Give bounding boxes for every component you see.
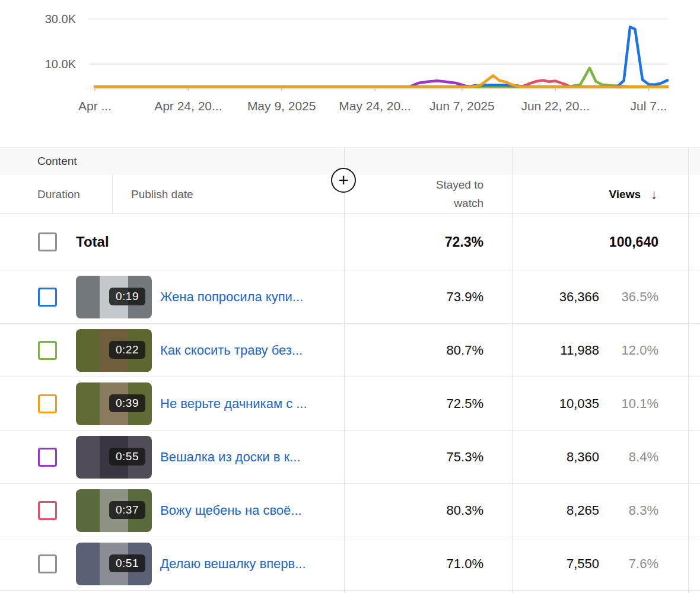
duration-badge: 0:55: [109, 448, 145, 466]
row-checkbox[interactable]: [38, 341, 57, 360]
duration-badge: 0:22: [109, 341, 145, 359]
stayed-to-watch-value: 71.0%: [344, 537, 512, 590]
svg-text:May 24, 20...: May 24, 20...: [339, 99, 411, 113]
video-thumbnail[interactable]: 0:51: [76, 543, 152, 585]
add-column-button[interactable]: +: [331, 168, 356, 193]
content-group-label: Content: [37, 155, 77, 168]
duration-badge: 0:51: [109, 554, 145, 572]
stayed-to-watch-value: 80.3%: [344, 484, 512, 537]
video-thumbnail[interactable]: 0:55: [76, 436, 152, 479]
svg-text:10.0K: 10.0K: [45, 58, 77, 71]
views-value: 11,988: [513, 343, 599, 358]
duration-badge: 0:39: [109, 394, 145, 412]
stayed-to-watch-value: 73.9%: [344, 270, 512, 323]
svg-text:Jun 7, 2025: Jun 7, 2025: [429, 99, 495, 113]
sort-descending-icon: ↓: [651, 187, 657, 202]
total-label: Total: [76, 234, 109, 250]
stayed-to-watch-value: 80.7%: [344, 324, 512, 377]
video-title-link[interactable]: Жена попросила купи...: [160, 289, 303, 305]
total-views: 100,640: [513, 234, 658, 250]
table-row: 0:19 Жена попросила купи... 73.9% 36,366…: [0, 270, 700, 323]
column-header-views[interactable]: Views ↓: [512, 175, 688, 213]
views-value: 8,360: [513, 449, 599, 465]
views-percent-of-total: 8.4%: [599, 449, 658, 465]
row-checkbox[interactable]: [38, 501, 57, 520]
svg-text:Jun 22, 20...: Jun 22, 20...: [521, 99, 590, 113]
views-percent-of-total: 8.3%: [599, 503, 658, 518]
table-row: 0:22 Как скосить траву без... 80.7% 11,9…: [0, 323, 700, 377]
table-row: 0:37 Вожу щебень на своё... 80.3% 8,265 …: [0, 483, 700, 537]
row-checkbox[interactable]: [38, 448, 57, 467]
stayed-to-watch-value: 75.3%: [344, 431, 512, 483]
views-line-chart: 10.0K30.0KApr ...Apr 24, 20...May 9, 202…: [0, 0, 700, 146]
video-title-link[interactable]: Как скосить траву без...: [160, 343, 303, 358]
duration-badge: 0:19: [109, 288, 145, 305]
views-value: 7,550: [513, 556, 599, 572]
video-title-link[interactable]: Вожу щебень на своё...: [160, 503, 302, 518]
views-percent-of-total: 12.0%: [599, 343, 658, 358]
table-row: 0:39 Не верьте дачникам с ... 72.5% 10,0…: [0, 377, 700, 430]
duration-badge: 0:37: [109, 501, 145, 519]
views-value: 36,366: [513, 289, 599, 305]
video-title-link[interactable]: Делаю вешалку вперв...: [160, 556, 306, 572]
table-row: 0:55 Вешалка из доски в к... 75.3% 8,360…: [0, 430, 700, 483]
row-checkbox[interactable]: [38, 394, 57, 413]
svg-text:Jul 7...: Jul 7...: [631, 99, 667, 113]
row-checkbox[interactable]: [38, 288, 57, 307]
views-value: 10,035: [513, 396, 599, 412]
svg-text:Apr 24, 20...: Apr 24, 20...: [154, 99, 222, 113]
svg-text:30.0K: 30.0K: [45, 12, 77, 25]
total-checkbox[interactable]: [38, 232, 57, 251]
views-value: 8,265: [513, 503, 599, 518]
views-percent-of-total: 10.1%: [599, 396, 658, 412]
chart-canvas: 10.0K30.0KApr ...Apr 24, 20...May 9, 202…: [0, 0, 700, 146]
column-header-stayed-to-watch[interactable]: Stayed to watch: [344, 175, 512, 213]
video-thumbnail[interactable]: 0:22: [76, 329, 152, 372]
video-thumbnail[interactable]: 0:37: [76, 489, 152, 532]
content-table: Content Duration Publish date Stayed to …: [0, 147, 700, 593]
svg-text:Apr ...: Apr ...: [78, 99, 112, 113]
views-percent-of-total: 7.6%: [599, 556, 658, 572]
video-title-link[interactable]: Вешалка из доски в к...: [160, 449, 300, 465]
video-title-link[interactable]: Не верьте дачникам с ...: [160, 396, 307, 412]
analytics-page: 10.0K30.0KApr ...Apr 24, 20...May 9, 202…: [0, 0, 700, 593]
row-checkbox[interactable]: [38, 554, 57, 573]
total-stayed-to-watch: 72.3%: [344, 214, 512, 270]
cutoff-row: [0, 590, 700, 593]
video-thumbnail[interactable]: 0:19: [76, 276, 152, 318]
column-header-duration[interactable]: Duration: [0, 175, 113, 213]
total-row: Total 72.3% 100,640: [0, 213, 700, 270]
video-thumbnail[interactable]: 0:39: [76, 382, 152, 425]
svg-text:May 9, 2025: May 9, 2025: [247, 99, 316, 113]
plus-icon: +: [338, 171, 349, 189]
views-percent-of-total: 36.5%: [599, 289, 658, 305]
column-header-publish-date[interactable]: Publish date: [113, 175, 344, 213]
stayed-to-watch-value: 72.5%: [344, 377, 512, 430]
table-row: 0:51 Делаю вешалку вперв... 71.0% 7,550 …: [0, 537, 700, 590]
